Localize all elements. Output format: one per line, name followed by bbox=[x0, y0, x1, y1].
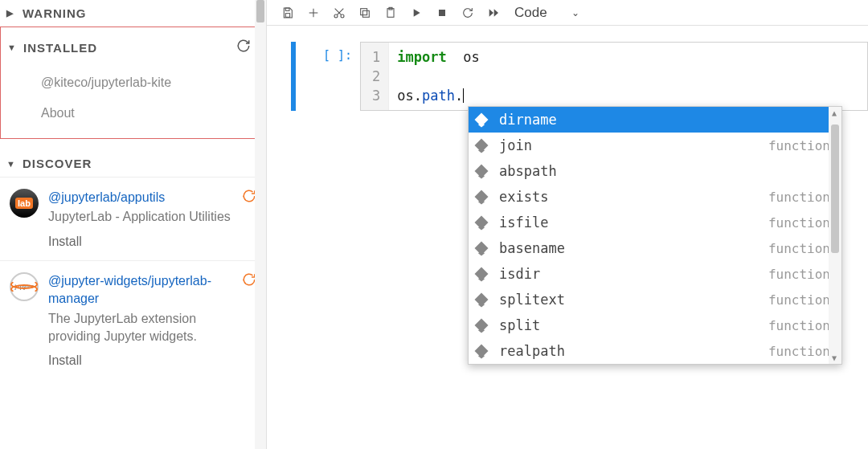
ext-desc: JupyterLab - Application Utilities bbox=[48, 208, 235, 226]
discover-item[interactable]: jupyter @jupyter-widgets/jupyterlab-mana… bbox=[0, 260, 266, 380]
completion-kind: function bbox=[768, 292, 830, 308]
scroll-up-icon[interactable]: ▲ bbox=[832, 108, 837, 117]
module-os: os bbox=[463, 49, 479, 65]
svg-marker-12 bbox=[414, 9, 420, 16]
kite-icon bbox=[475, 139, 489, 153]
code-text[interactable]: import os os.path. bbox=[389, 43, 487, 110]
restart-button[interactable] bbox=[455, 1, 481, 25]
svg-rect-8 bbox=[362, 10, 369, 17]
kite-icon bbox=[475, 242, 489, 255]
chevron-down-icon: ▼ bbox=[7, 43, 15, 52]
chevron-down-icon: ▼ bbox=[6, 159, 14, 169]
kite-icon bbox=[475, 345, 489, 358]
kite-icon bbox=[475, 267, 489, 281]
completion-kind: function bbox=[768, 138, 830, 153]
cut-button[interactable] bbox=[326, 1, 352, 25]
autocomplete-item[interactable]: dirname bbox=[469, 107, 841, 133]
completion-name: split bbox=[499, 317, 768, 333]
run-all-button[interactable] bbox=[481, 1, 506, 25]
line-number: 3 bbox=[372, 86, 380, 105]
code-editor[interactable]: 1 2 3 import os os.path. bbox=[360, 42, 868, 111]
completion-kind: function bbox=[768, 215, 830, 231]
completion-kind: function bbox=[768, 267, 830, 282]
scroll-down-icon[interactable]: ▼ bbox=[832, 353, 837, 362]
chevron-right-icon: ▶ bbox=[6, 8, 14, 18]
svg-rect-9 bbox=[361, 8, 367, 14]
extensions-sidebar: ▶ WARNING ▼ INSTALLED @kiteco/jupyterlab… bbox=[0, 0, 267, 449]
install-button[interactable]: Install bbox=[48, 353, 235, 368]
completion-name: realpath bbox=[499, 343, 768, 359]
autocomplete-item[interactable]: isdirfunction bbox=[469, 261, 841, 287]
autocomplete-item[interactable]: realpathfunction bbox=[469, 338, 841, 364]
autocomplete-popup[interactable]: dirnamejoinfunctionabspathexistsfunction… bbox=[468, 106, 842, 365]
discover-item[interactable]: lab @jupyterlab/apputils JupyterLab - Ap… bbox=[0, 177, 266, 260]
completion-name: exists bbox=[499, 189, 768, 205]
line-gutter: 1 2 3 bbox=[361, 43, 389, 110]
token-os: os bbox=[397, 88, 413, 104]
add-cell-button[interactable] bbox=[301, 1, 326, 25]
scrollbar-thumb[interactable] bbox=[831, 124, 839, 253]
cell-type-value: Code bbox=[514, 5, 547, 21]
text-cursor bbox=[463, 88, 464, 103]
completion-kind: function bbox=[768, 190, 830, 205]
section-label: INSTALLED bbox=[23, 41, 97, 55]
completion-kind: function bbox=[768, 344, 830, 359]
autocomplete-item[interactable]: joinfunction bbox=[469, 133, 841, 158]
autocomplete-item[interactable]: basenamefunction bbox=[469, 235, 841, 261]
completion-name: isdir bbox=[499, 266, 768, 282]
svg-rect-0 bbox=[285, 8, 289, 10]
save-button[interactable] bbox=[275, 1, 301, 25]
completion-name: abspath bbox=[499, 163, 830, 179]
autocomplete-item[interactable]: splitfunction bbox=[469, 312, 841, 338]
installed-item-kite[interactable]: @kiteco/jupyterlab-kite bbox=[1, 67, 262, 98]
installed-box: ▼ INSTALLED @kiteco/jupyterlab-kite Abou… bbox=[0, 27, 263, 139]
line-number: 1 bbox=[372, 47, 380, 67]
run-button[interactable] bbox=[403, 1, 429, 25]
svg-marker-14 bbox=[489, 9, 493, 16]
scrollbar[interactable] bbox=[255, 0, 266, 449]
kite-icon bbox=[475, 216, 489, 230]
autocomplete-item[interactable]: existsfunction bbox=[469, 184, 841, 210]
svg-rect-1 bbox=[285, 13, 289, 17]
notebook-panel: Code ⌄ [ ]: 1 2 3 import os bbox=[267, 0, 868, 449]
install-button[interactable]: Install bbox=[48, 235, 235, 249]
jupyter-icon: jupyter bbox=[10, 272, 39, 301]
code-cell[interactable]: [ ]: 1 2 3 import os os.path. bbox=[291, 42, 868, 111]
section-installed[interactable]: ▼ INSTALLED bbox=[1, 27, 262, 67]
completion-name: dirname bbox=[499, 112, 830, 128]
completion-name: isfile bbox=[499, 214, 768, 231]
ext-title[interactable]: @jupyterlab/apputils bbox=[48, 189, 235, 206]
line-number: 2 bbox=[372, 67, 380, 86]
kite-icon bbox=[475, 293, 489, 307]
jupyterlab-icon: lab bbox=[10, 189, 39, 218]
ext-title[interactable]: @jupyter-widgets/jupyterlab-manager bbox=[48, 272, 235, 308]
kite-icon bbox=[475, 190, 489, 204]
svg-marker-15 bbox=[494, 9, 498, 16]
cell-indicator bbox=[291, 42, 296, 111]
installed-item-about[interactable]: About bbox=[1, 98, 262, 129]
autocomplete-item[interactable]: splitextfunction bbox=[469, 287, 841, 312]
copy-button[interactable] bbox=[352, 1, 378, 25]
notebook-area[interactable]: [ ]: 1 2 3 import os os.path. bbox=[267, 26, 868, 449]
autocomplete-item[interactable]: isfilefunction bbox=[469, 210, 841, 235]
cell-type-select[interactable]: Code ⌄ bbox=[510, 3, 584, 22]
completion-name: join bbox=[499, 137, 768, 153]
scrollbar[interactable]: ▲ ▼ bbox=[829, 107, 841, 364]
discover-list: lab @jupyterlab/apputils JupyterLab - Ap… bbox=[0, 177, 266, 379]
completion-name: basename bbox=[499, 240, 768, 256]
section-discover[interactable]: ▼ DISCOVER bbox=[0, 150, 266, 177]
token-path: path bbox=[422, 88, 455, 104]
kite-icon bbox=[475, 165, 489, 178]
notebook-toolbar: Code ⌄ bbox=[267, 0, 868, 26]
section-label: DISCOVER bbox=[23, 157, 92, 170]
scrollbar-thumb[interactable] bbox=[256, 0, 264, 22]
completion-kind: function bbox=[768, 318, 830, 333]
kite-icon bbox=[475, 319, 489, 333]
autocomplete-item[interactable]: abspath bbox=[469, 158, 841, 184]
completion-kind: function bbox=[768, 241, 830, 256]
stop-button[interactable] bbox=[429, 1, 455, 25]
ext-desc: The JupyterLab extension providing Jupyt… bbox=[48, 310, 235, 346]
paste-button[interactable] bbox=[378, 1, 403, 25]
refresh-icon[interactable] bbox=[236, 39, 251, 56]
section-warning[interactable]: ▶ WARNING bbox=[0, 0, 266, 27]
